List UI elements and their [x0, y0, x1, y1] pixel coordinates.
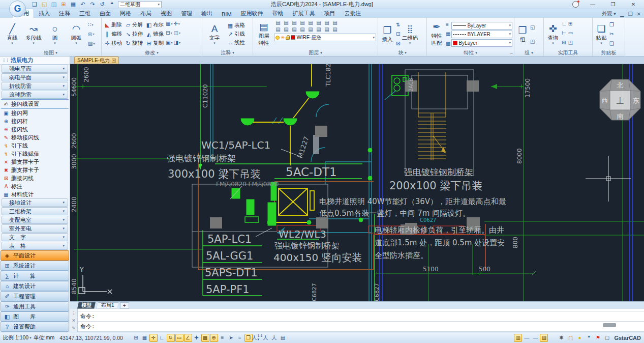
lineweight-dropdown[interactable]: BYLAYER ▾	[451, 31, 512, 38]
layer-tool-icon[interactable]: ▤	[306, 20, 315, 26]
status-toggle[interactable]: 人1:1 ▾	[253, 334, 261, 342]
modify-tool-button[interactable]: ▱ 分解	[124, 20, 144, 30]
modify-tool-button[interactable]: ∥ 偏移	[103, 30, 123, 39]
layer-tool-icon[interactable]: ▤	[282, 26, 290, 33]
status-toggle[interactable]: ▨	[540, 334, 548, 342]
modify-tool-button[interactable]: ↘ 拉伸	[124, 30, 144, 39]
utility-mini-button[interactable]: ▭	[568, 30, 573, 37]
layer-dropdown[interactable]: ✳ WIRE-应急 ▾	[274, 34, 376, 41]
paste-button[interactable]: ❏ 粘贴 ▾	[594, 19, 608, 49]
modify-tool-button[interactable]: ◣ 删除	[103, 20, 123, 30]
quick-access-icon[interactable]: ↶	[79, 1, 87, 8]
ribbon-tab[interactable]: 视图	[156, 9, 176, 18]
text-tool-button[interactable]: A 文字 ▾	[204, 19, 225, 49]
draw-mini-button[interactable]: ∷▾	[88, 21, 95, 28]
modify-tool-button[interactable]: ◭ 镜像	[145, 30, 165, 39]
panel-label-block[interactable]: 块▾	[378, 49, 426, 56]
panel-label-group[interactable]: 组▾	[514, 49, 543, 56]
utility-mini-button[interactable]: ◳	[568, 39, 573, 46]
palette-tool[interactable]: ✳ 接闪线	[0, 125, 70, 133]
properties-mini-button[interactable]: ▩	[446, 40, 450, 47]
ribbon-tab[interactable]: 三维	[75, 9, 95, 18]
utility-mini-button[interactable]: ⊢	[562, 30, 567, 37]
layer-tool-icon[interactable]: ▤	[323, 26, 331, 33]
status-toggle[interactable]: —	[523, 334, 531, 342]
command-input-row[interactable]: 命令:	[78, 322, 644, 332]
ribbon-tab[interactable]: 曲面	[95, 9, 115, 18]
ribbon-tab[interactable]: 管理	[176, 9, 197, 18]
qr-code-button[interactable]: ⣿ 二维码 ▾	[401, 19, 418, 49]
panel-label-draw[interactable]: 绘图▾	[0, 49, 101, 56]
modify-tool-button[interactable]: ✛ 移动	[103, 39, 123, 48]
palette-group[interactable]: 三维桥架▾	[2, 207, 68, 215]
modify-mini-button[interactable]: ◨▾	[173, 39, 180, 46]
modify-mini-button[interactable]: ▣▾	[166, 39, 172, 46]
block-mini-button[interactable]: ⇅	[396, 21, 400, 28]
insert-block-button[interactable]: ❐ 插入	[380, 19, 395, 49]
palette-tool[interactable]: ✖ 删支撑卡子	[0, 166, 70, 174]
status-icon[interactable]: ●	[575, 334, 584, 342]
palette-tool[interactable]: ⊠ 删接闪线	[0, 174, 70, 182]
user-account-icon[interactable]	[572, 1, 579, 8]
quick-access-icon[interactable]: ❑	[30, 1, 39, 8]
gstarcad-logo-icon[interactable]: G	[9, 1, 26, 17]
layer-tool-icon[interactable]: ▤	[331, 26, 339, 33]
restore-button[interactable]: ❐	[606, 2, 620, 7]
ribbon-tab[interactable]: 插入	[34, 9, 54, 18]
palette-group[interactable]: 滚球防雷▾	[2, 91, 68, 99]
palette-group[interactable]: 折线防雷▾	[2, 82, 68, 90]
layer-tool-icon[interactable]: ▤	[331, 20, 339, 26]
properties-mini-button[interactable]: ≡	[446, 21, 450, 28]
status-toggle[interactable]: —	[531, 334, 539, 342]
status-toggle[interactable]: ▭	[175, 334, 183, 342]
palette-nav-button[interactable]: ◈ 平面设计	[1, 250, 69, 261]
palette-group[interactable]: 文 字▾	[2, 233, 68, 241]
quick-access-icon[interactable]: ◱	[40, 1, 48, 8]
panel-label-utilities[interactable]: 实用工具	[544, 49, 592, 56]
draw-mini-button[interactable]: ▨▾	[88, 40, 95, 47]
layer-tool-icon[interactable]: ▤	[315, 26, 323, 33]
palette-group[interactable]: 变配电室▾	[2, 216, 68, 224]
ribbon-tab[interactable]: 项目	[320, 9, 340, 18]
status-toggle[interactable]: ≡	[219, 334, 227, 342]
layer-tool-icon[interactable]: ▤	[282, 20, 290, 26]
clipboard-mini-button[interactable]: ✂	[609, 31, 614, 38]
panel-label-modify[interactable]: 修改▾	[102, 49, 202, 56]
ribbon-close-icon[interactable]: ✕	[637, 11, 641, 17]
status-toggle[interactable]: ✚	[193, 334, 201, 342]
document-tab[interactable]: SAMPLE-电力 ✕	[74, 56, 119, 64]
status-toggle[interactable]: 人	[262, 334, 270, 342]
palette-tool[interactable]: A 标注	[0, 182, 70, 190]
modify-tool-button[interactable]: ⊞ 复制	[145, 39, 165, 48]
annotate-tool-button[interactable]: ↗ 引线	[226, 30, 246, 38]
ribbon-tab[interactable]: 输出	[197, 9, 217, 18]
modify-mini-button[interactable]: ✢▾	[173, 20, 180, 27]
add-layout-button[interactable]: +	[120, 302, 129, 309]
status-icon[interactable]: ✱	[557, 334, 565, 342]
layer-thaw-sun-icon[interactable]: ✳	[281, 35, 285, 40]
palette-nav-button[interactable]: ✐ 工程管理	[1, 291, 69, 301]
palette-tool[interactable]: ▦ 材料统计	[0, 190, 70, 198]
status-toggle[interactable]: 人	[270, 334, 279, 342]
grip-dots-icon[interactable]: ⋮	[72, 310, 76, 316]
close-icon[interactable]: ✕	[112, 59, 116, 63]
layout1-tab[interactable]: 布局1	[97, 302, 119, 309]
ribbon-tab[interactable]: 应用软件	[236, 9, 268, 18]
quick-access-icon[interactable]: ↷	[88, 1, 97, 8]
quick-access-icon[interactable]: ▦	[69, 1, 77, 8]
palette-group[interactable]: 室外变电▾	[2, 224, 68, 233]
model-tab[interactable]: 模型	[77, 302, 96, 309]
group-mini-button[interactable]: ◳	[530, 38, 535, 45]
group-button[interactable]: ❒ 组	[516, 19, 529, 49]
utility-mini-button[interactable]: ∟	[562, 20, 567, 27]
palette-tool[interactable]: ✕ 插支撑卡子	[0, 158, 70, 166]
palette-tool[interactable]: ↯ 引下线赋值	[0, 150, 70, 158]
ribbon-tab[interactable]: 帮助	[268, 9, 288, 18]
palette-nav-button[interactable]: ◧ 图 库	[1, 311, 69, 322]
annotate-tool-button[interactable]: ↔ 线性	[226, 39, 246, 47]
status-toggle[interactable]: ⊕	[210, 334, 218, 342]
draw-tool-button[interactable]: ◠ 圆弧 ▾	[66, 19, 87, 49]
layer-tool-icon[interactable]: ▤	[290, 20, 298, 26]
palette-nav-button[interactable]: ⌂ 建筑设计	[1, 281, 69, 291]
resize-grip[interactable]	[603, 323, 616, 327]
